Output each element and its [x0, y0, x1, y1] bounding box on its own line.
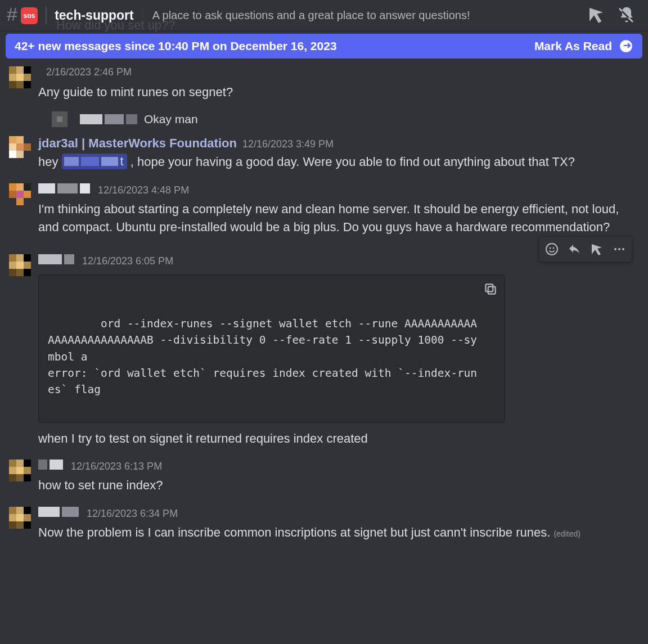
username-redacted[interactable]: [80, 114, 137, 124]
sos-badge: sos: [21, 7, 38, 24]
message-actions: [539, 236, 632, 262]
message-compact[interactable]: Okay man: [0, 111, 648, 134]
hash-icon: #: [7, 3, 21, 28]
new-messages-banner[interactable]: 42+ new messages since 10:40 PM on Decem…: [6, 34, 642, 58]
message-body: Any guide to mint runes on segnet?: [38, 82, 639, 101]
svg-point-2: [553, 247, 555, 249]
mark-as-read-button[interactable]: Mark As Read: [534, 39, 612, 53]
username-redacted[interactable]: [38, 183, 90, 193]
timestamp: 12/16/2023 6:34 PM: [87, 508, 178, 520]
message[interactable]: 2/16/2023 2:46 PM Any guide to mint rune…: [0, 64, 648, 111]
timestamp: 12/16/2023 6:05 PM: [82, 255, 173, 267]
timestamp: 12/16/2023 6:13 PM: [71, 461, 162, 472]
avatar[interactable]: [9, 460, 38, 489]
timestamp: 2/16/2023 2:46 PM: [46, 66, 132, 78]
banner-text: 42+ new messages since 10:40 PM on Decem…: [15, 39, 337, 53]
avatar[interactable]: [9, 254, 38, 283]
svg-point-1: [550, 247, 551, 249]
avatar[interactable]: [9, 183, 38, 213]
thread-button[interactable]: [587, 239, 607, 259]
add-reaction-button[interactable]: [542, 239, 562, 259]
divider: │: [42, 6, 55, 25]
message-body: I'm thinking about starting a completely…: [38, 199, 639, 236]
message[interactable]: jdar3al | MasterWorks Foundation 12/16/2…: [0, 134, 648, 181]
username-redacted[interactable]: [38, 460, 63, 470]
message[interactable]: 12/16/2023 6:34 PM Now the problem is I …: [0, 505, 648, 552]
avatar[interactable]: [52, 111, 68, 127]
more-button[interactable]: [609, 239, 629, 259]
message-body: Okay man: [144, 112, 198, 126]
svg-point-0: [546, 244, 557, 255]
svg-point-5: [622, 248, 624, 250]
message-list: 2/16/2023 2:46 PM Any guide to mint rune…: [0, 62, 648, 552]
copy-icon[interactable]: [483, 282, 498, 296]
avatar[interactable]: [9, 507, 38, 536]
timestamp: 12/16/2023 3:49 PM: [242, 138, 334, 150]
svg-rect-7: [485, 284, 493, 291]
message-body: hey t , hope your having a good day. Wer…: [38, 152, 639, 171]
mark-read-icon[interactable]: [619, 39, 633, 53]
timestamp: 12/16/2023 4:48 PM: [98, 184, 189, 196]
avatar[interactable]: [9, 136, 38, 165]
username-redacted[interactable]: [38, 254, 74, 264]
message-body: how to set rune index?: [38, 475, 639, 494]
svg-point-3: [614, 248, 616, 250]
message-body: Now the problem is I can inscribe common…: [38, 523, 639, 542]
code-block: ord --index-runes --signet wallet etch -…: [38, 274, 505, 423]
notifications-muted-icon[interactable]: [618, 6, 636, 26]
threads-icon[interactable]: [587, 6, 605, 26]
avatar[interactable]: [9, 66, 38, 96]
svg-rect-6: [488, 286, 496, 294]
username[interactable]: jdar3al | MasterWorks Foundation: [38, 136, 237, 151]
message-body: when I try to test on signet it returned…: [38, 429, 639, 448]
channel-topic[interactable]: A place to ask questions and a great pla…: [152, 9, 577, 22]
message[interactable]: 12/16/2023 6:13 PM how to set rune index…: [0, 457, 648, 505]
svg-point-4: [618, 248, 620, 250]
reply-button[interactable]: [564, 239, 584, 259]
edited-label: (edited): [554, 529, 580, 538]
username-redacted[interactable]: [38, 507, 79, 517]
mention[interactable]: t: [62, 154, 127, 169]
message[interactable]: 12/16/2023 6:05 PM ord --index-runes --s…: [0, 246, 648, 458]
